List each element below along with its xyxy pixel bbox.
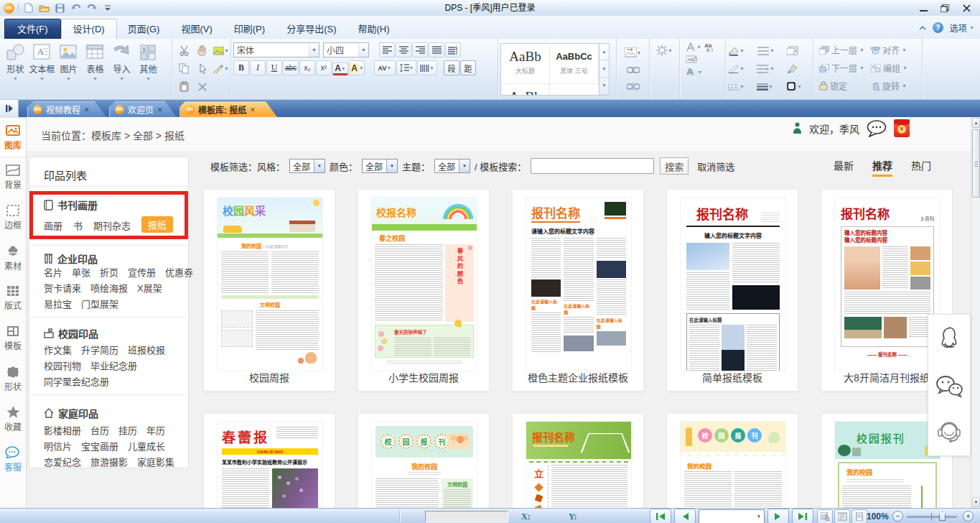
color-filter-select[interactable]: 全部▼ bbox=[362, 159, 398, 173]
close-tab-icon[interactable]: ✕ bbox=[84, 106, 90, 114]
select-cursor-icon[interactable] bbox=[198, 63, 207, 74]
sort-recommended[interactable]: 推荐 bbox=[872, 158, 892, 177]
bring-shape-icon[interactable] bbox=[787, 46, 811, 55]
save-icon[interactable] bbox=[54, 2, 66, 14]
align-justify-button[interactable] bbox=[429, 42, 444, 57]
tab-print[interactable]: 印刷(P) bbox=[223, 20, 276, 39]
view-spread-button[interactable] bbox=[834, 509, 850, 523]
insert-other-button[interactable]: 5其他▼ bbox=[135, 41, 162, 97]
brush-icon[interactable] bbox=[787, 64, 811, 73]
sort-newest[interactable]: 最新 bbox=[834, 158, 854, 177]
template-card[interactable]: 校报名称 春之校园 春风的颜色 春天的钟声响了 bbox=[358, 189, 490, 392]
tab-help[interactable]: 帮助(H) bbox=[347, 20, 400, 39]
template-card[interactable]: 报刊名称 输入您的标题文字内容 bbox=[666, 189, 798, 392]
delete-icon[interactable] bbox=[198, 83, 207, 91]
template-card[interactable]: 报刊名称 立 bbox=[512, 413, 644, 508]
strikethrough-button[interactable]: abc bbox=[283, 60, 299, 75]
sidebar-item-shape[interactable]: 形状 bbox=[0, 358, 26, 399]
template-search-input[interactable] bbox=[531, 158, 654, 174]
align-center-button[interactable] bbox=[396, 42, 411, 57]
new-document-icon[interactable] bbox=[22, 2, 34, 14]
sidebar-item-assets[interactable]: 素材 bbox=[0, 238, 26, 278]
sidebar-item-gallery[interactable]: 图库 bbox=[0, 117, 26, 157]
message-bubble-icon[interactable] bbox=[867, 120, 887, 137]
view-single-button[interactable] bbox=[851, 509, 867, 523]
panel-item[interactable]: 折页 bbox=[100, 265, 118, 279]
panel-item[interactable]: 贺卡请柬 bbox=[44, 281, 81, 295]
panel-item[interactable]: 宣传册 bbox=[128, 265, 156, 279]
insert-textbox-button[interactable]: A文本框▼ bbox=[29, 41, 55, 97]
tab-file[interactable]: 文件(F) bbox=[4, 19, 61, 39]
char-spacing-button[interactable]: AV▼ bbox=[374, 60, 396, 75]
tab-page[interactable]: 页面(G) bbox=[117, 20, 171, 39]
panel-item[interactable]: 单张 bbox=[72, 265, 90, 279]
scroll-down-icon[interactable]: ▼ bbox=[972, 497, 980, 507]
lock-button[interactable]: 锁定 bbox=[819, 80, 871, 92]
spacing-button[interactable]: 距 bbox=[460, 60, 476, 75]
panel-item[interactable]: 宝宝画册 bbox=[81, 439, 118, 453]
align-distribute-button[interactable] bbox=[445, 42, 461, 57]
panel-item[interactable]: 明信片 bbox=[44, 439, 72, 453]
zoom-slider-thumb[interactable] bbox=[939, 512, 946, 521]
tab-view[interactable]: 视图(V) bbox=[170, 20, 223, 39]
unlink-icon[interactable] bbox=[627, 83, 640, 91]
columns-button[interactable]: ▼ bbox=[417, 60, 437, 75]
redo-icon[interactable] bbox=[85, 2, 98, 14]
text-style-item[interactable]: AaBbCc黑体 三号 bbox=[550, 44, 599, 84]
restore-button[interactable] bbox=[934, 1, 956, 15]
panel-item[interactable]: 台历 bbox=[90, 423, 109, 437]
open-folder-icon[interactable] bbox=[38, 2, 50, 14]
insert-table-button[interactable]: 表格▼ bbox=[82, 41, 108, 97]
superscript-button[interactable]: x² bbox=[316, 60, 332, 75]
line-spacing-button[interactable]: ▼ bbox=[396, 60, 416, 75]
zoom-slider-track[interactable] bbox=[907, 516, 957, 518]
line-style-icon[interactable]: ▼ bbox=[728, 64, 757, 73]
styles-scroll-down-icon[interactable]: ▼ bbox=[599, 60, 609, 78]
panel-item[interactable]: 同学聚会纪念册 bbox=[44, 374, 109, 388]
dash-style-icon[interactable]: ▼ bbox=[728, 83, 757, 91]
style-filter-select[interactable]: 全部▼ bbox=[289, 159, 325, 173]
scrollbar-thumb[interactable] bbox=[972, 129, 980, 198]
paragraph-button[interactable]: 段 bbox=[444, 60, 459, 75]
panel-item[interactable]: 作文集 bbox=[44, 343, 72, 356]
previous-page-button[interactable] bbox=[674, 509, 696, 523]
template-card[interactable]: 校园风采 我的校园 六年级 丽丽同学 文明校园 bbox=[203, 189, 335, 392]
cancel-filter-button[interactable]: 取消筛选 bbox=[697, 159, 734, 173]
paste-icon[interactable] bbox=[179, 81, 189, 92]
text-style-item[interactable]: AaBb大标题 bbox=[501, 44, 550, 84]
panel-item[interactable]: 年历 bbox=[146, 423, 165, 437]
panel-item[interactable]: 校园刊物 bbox=[44, 358, 81, 372]
scroll-up-icon[interactable]: ▲ bbox=[972, 118, 980, 128]
font-size-select[interactable]: 小四▼ bbox=[323, 42, 369, 57]
shape-effect-icon[interactable]: ▼ bbox=[787, 82, 811, 91]
distribute-icon[interactable]: ▼ bbox=[757, 65, 787, 73]
close-button[interactable] bbox=[956, 1, 977, 15]
underline-button[interactable]: U bbox=[266, 60, 282, 75]
zoom-fit-button[interactable]: 100 bbox=[817, 509, 833, 523]
group-objects-button[interactable]: 编组▼ bbox=[871, 62, 918, 74]
wechat-icon[interactable] bbox=[935, 375, 963, 398]
pan-hand-icon[interactable] bbox=[197, 45, 207, 56]
line-weight-icon[interactable]: ▼ bbox=[757, 83, 787, 91]
cut-icon[interactable] bbox=[179, 45, 190, 56]
zoom-out-icon[interactable]: − bbox=[892, 511, 903, 522]
tab-share-export[interactable]: 分享导出(S) bbox=[276, 20, 347, 39]
zoom-in-icon[interactable]: + bbox=[963, 511, 974, 522]
panel-item[interactable]: 恋爱纪念 bbox=[44, 455, 81, 468]
collapse-ribbon-icon[interactable] bbox=[919, 25, 926, 30]
doc-tab-welcome[interactable]: DPS欢迎页✕ bbox=[109, 101, 177, 117]
doc-tab-video-tutorial[interactable]: DPS视频教程✕ bbox=[27, 101, 106, 117]
minimize-button[interactable] bbox=[913, 1, 934, 15]
undo-icon[interactable] bbox=[70, 2, 82, 14]
send-backward-button[interactable]: 下一层▼ bbox=[819, 62, 871, 74]
styles-more-icon[interactable]: ▼ bbox=[599, 78, 609, 95]
highlight-color-button[interactable]: A▼ bbox=[349, 60, 365, 75]
panel-item[interactable]: 升学简历 bbox=[81, 343, 118, 356]
panel-item[interactable]: 班报校报 bbox=[128, 343, 165, 356]
sort-hot[interactable]: 热门 bbox=[911, 158, 931, 177]
text-art-icon[interactable]: ▼Abb bbox=[686, 42, 725, 52]
red-packet-icon[interactable]: ¥ bbox=[894, 119, 910, 137]
subscript-button[interactable]: x₂ bbox=[299, 60, 315, 75]
help-icon[interactable]: ? bbox=[933, 22, 943, 33]
panel-item[interactable]: 优惠券 bbox=[165, 265, 193, 279]
